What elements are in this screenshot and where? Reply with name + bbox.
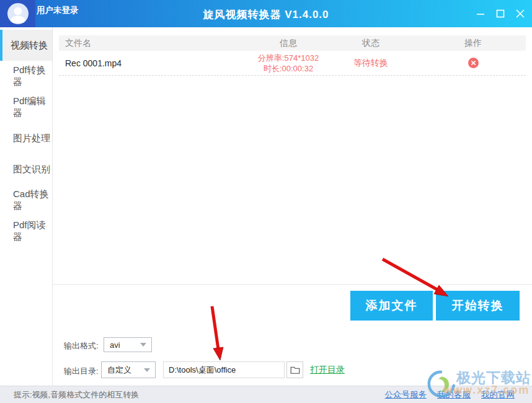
folder-icon <box>290 366 300 374</box>
output-dir-label: 输出目录: <box>64 366 99 377</box>
sidebar-item-image-processing[interactable]: 图片处理 <box>0 123 52 154</box>
column-info: 信息 <box>255 38 321 49</box>
main-panel: 文件名 信息 状态 操作 Rec 0001.mp4 分辨率:574*1032 时… <box>53 27 532 386</box>
status-badge: 等待转换 <box>321 58 420 69</box>
footer-links: 公众号服务 我的客服 我的官网 <box>385 389 515 401</box>
window-title: 旋风视频转换器 V1.4.0.0 <box>0 7 532 22</box>
output-dir-mode-value: 自定义 <box>102 365 144 376</box>
minimize-button[interactable] <box>476 9 485 19</box>
sidebar-item-pdf-editor[interactable]: Pdf编辑器 <box>0 92 52 123</box>
status-bar: 提示:视频,音频格式文件的相互转换 公众号服务 我的客服 我的官网 <box>0 386 532 403</box>
output-format-value: avi <box>104 340 140 350</box>
section-divider <box>53 284 532 285</box>
app-window: 用户未登录 旋风视频转换器 V1.4.0.0 视频转换 Pdf转换器 Pdf编辑… <box>0 0 532 403</box>
official-site-link[interactable]: 我的官网 <box>481 389 515 401</box>
titlebar: 用户未登录 旋风视频转换器 V1.4.0.0 <box>0 0 532 27</box>
sidebar-item-ocr[interactable]: 图文识别 <box>0 154 52 185</box>
column-filename: 文件名 <box>59 38 255 49</box>
output-dir-mode-select[interactable]: 自定义 <box>101 361 156 378</box>
output-format-label: 输出格式: <box>64 340 99 352</box>
close-button[interactable] <box>515 9 525 19</box>
add-files-button[interactable]: 添加文件 <box>350 291 433 321</box>
sidebar-item-pdf-converter[interactable]: Pdf转换器 <box>0 61 52 92</box>
chevron-down-icon <box>144 368 150 372</box>
action-cell <box>420 58 526 68</box>
column-action: 操作 <box>420 38 526 49</box>
sidebar-item-pdf-reader[interactable]: Pdf阅读器 <box>0 216 52 247</box>
column-status: 状态 <box>321 38 420 49</box>
window-controls <box>476 0 525 27</box>
file-resolution: 分辨率:574*1032 <box>258 53 319 63</box>
open-directory-link[interactable]: 打开目录 <box>310 365 345 376</box>
file-name: Rec 0001.mp4 <box>59 58 255 68</box>
remove-circle-icon[interactable] <box>468 58 479 68</box>
sidebar-item-cad-converter[interactable]: Cad转换器 <box>0 185 52 216</box>
table-header: 文件名 信息 状态 操作 <box>59 35 526 51</box>
sidebar-item-video-convert[interactable]: 视频转换 <box>0 30 52 61</box>
sidebar: 视频转换 Pdf转换器 Pdf编辑器 图片处理 图文识别 Cad转换器 Pdf阅… <box>0 27 53 386</box>
start-convert-button[interactable]: 开始转换 <box>436 291 520 321</box>
browse-folder-button[interactable] <box>286 361 303 378</box>
output-format-select[interactable]: avi <box>104 337 152 352</box>
output-dir-input[interactable] <box>163 361 285 378</box>
customer-service-link[interactable]: 我的客服 <box>437 389 471 401</box>
chevron-down-icon <box>140 343 146 347</box>
official-account-link[interactable]: 公众号服务 <box>385 389 427 401</box>
table-row: Rec 0001.mp4 分辨率:574*1032 时长:00:00:32 等待… <box>59 51 526 76</box>
maximize-button[interactable] <box>495 9 505 19</box>
file-duration: 时长:00:00:32 <box>264 63 313 74</box>
file-info: 分辨率:574*1032 时长:00:00:32 <box>255 53 321 74</box>
hint-text: 提示:视频,音频格式文件的相互转换 <box>14 389 139 401</box>
